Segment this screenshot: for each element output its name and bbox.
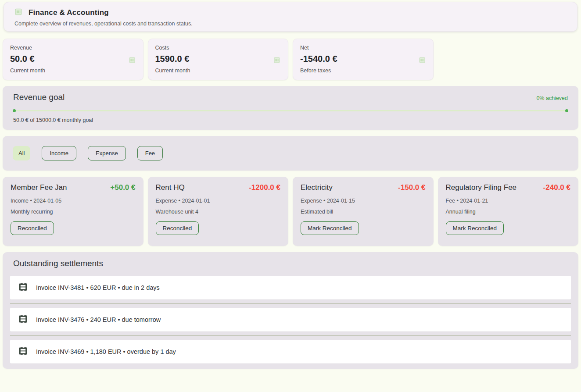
- transaction-note: Monthly recurring: [11, 209, 136, 215]
- stat-caption: Current month: [155, 68, 281, 74]
- mark-reconciled-button[interactable]: Mark Reconciled: [446, 221, 504, 235]
- stat-value: 1590.0 €: [155, 54, 281, 64]
- settlements-title: Outstanding settlements: [13, 259, 571, 268]
- progress-start-dot: [13, 109, 16, 112]
- settlement-text: Invoice INV-3476 • 240 EUR • due tomorro…: [36, 316, 161, 323]
- stat-caption: Current month: [10, 68, 136, 74]
- goal-achieved-label: 0% achieved: [536, 95, 568, 101]
- transaction-meta: Expense • 2024-01-01: [156, 198, 281, 204]
- reconcile-button[interactable]: Reconciled: [11, 221, 54, 235]
- settlement-text: Invoice INV-3481 • 620 EUR • due in 2 da…: [36, 284, 160, 291]
- revenue-goal-card: Revenue goal 0% achieved 50.0 € of 15000…: [3, 86, 578, 130]
- progress-track: [13, 110, 568, 111]
- banknote-icon: [273, 57, 280, 65]
- page-title: Finance & Accounting: [29, 8, 109, 17]
- receipt-icon: [18, 283, 28, 293]
- transaction-amount: -1200.0 €: [249, 183, 280, 192]
- transaction-meta: Fee • 2024-01-21: [446, 198, 571, 204]
- stat-card-net: Net -1540.0 € Before taxes: [293, 39, 434, 80]
- goal-caption: 50.0 € of 15000.0 € monthly goal: [13, 117, 568, 123]
- outstanding-settlements-card: Outstanding settlements Invoice INV-3481…: [3, 252, 578, 369]
- settlements-list: Invoice INV-3481 • 620 EUR • due in 2 da…: [10, 276, 571, 363]
- filter-chip-fee[interactable]: Fee: [137, 146, 163, 160]
- settlement-row[interactable]: Invoice INV-3481 • 620 EUR • due in 2 da…: [10, 276, 571, 299]
- transaction-title: Regulatory Filing Fee: [446, 183, 517, 192]
- row-divider: [10, 335, 571, 336]
- goal-progress-bar: [13, 110, 568, 112]
- reconcile-button[interactable]: Reconciled: [156, 221, 199, 235]
- mark-reconciled-button[interactable]: Mark Reconciled: [301, 221, 359, 235]
- transaction-card: Member Fee Jan +50.0 € Income • 2024-01-…: [3, 177, 143, 246]
- transactions-grid: Member Fee Jan +50.0 € Income • 2024-01-…: [3, 177, 578, 246]
- receipt-icon: [18, 347, 28, 357]
- stats-row: Revenue 50.0 € Current month Costs 1590.…: [3, 39, 578, 80]
- filter-chip-expense[interactable]: Expense: [88, 146, 126, 160]
- banknote-icon: [14, 8, 22, 18]
- filter-bar: All Income Expense Fee: [3, 136, 578, 171]
- stat-label: Net: [300, 45, 426, 51]
- row-divider: [10, 303, 571, 304]
- stat-value: 50.0 €: [10, 54, 136, 64]
- stat-card-costs: Costs 1590.0 € Current month: [148, 39, 289, 80]
- transaction-title: Member Fee Jan: [11, 183, 67, 192]
- banknote-icon: [129, 57, 136, 65]
- banknote-icon: [419, 57, 426, 65]
- stat-value: -1540.0 €: [300, 54, 426, 64]
- transaction-amount: +50.0 €: [110, 183, 135, 192]
- transaction-amount: -240.0 €: [543, 183, 570, 192]
- transaction-meta: Income • 2024-01-05: [11, 198, 136, 204]
- stat-label: Costs: [155, 45, 281, 51]
- header-card: Finance & Accounting Complete overview o…: [4, 2, 577, 32]
- transaction-meta: Expense • 2024-01-15: [301, 198, 426, 204]
- stat-label: Revenue: [10, 45, 136, 51]
- transaction-card: Rent HQ -1200.0 € Expense • 2024-01-01 W…: [148, 177, 289, 246]
- settlement-row[interactable]: Invoice INV-3469 • 1,180 EUR • overdue b…: [10, 340, 571, 363]
- transaction-title: Electricity: [301, 183, 333, 192]
- stat-card-revenue: Revenue 50.0 € Current month: [3, 39, 143, 80]
- receipt-icon: [18, 315, 28, 325]
- settlement-text: Invoice INV-3469 • 1,180 EUR • overdue b…: [36, 348, 176, 355]
- transaction-note: Annual filing: [446, 209, 571, 215]
- progress-end-dot: [565, 109, 568, 112]
- transaction-amount: -150.0 €: [398, 183, 425, 192]
- filter-chip-all[interactable]: All: [13, 146, 30, 160]
- transaction-note: Estimated bill: [301, 209, 426, 215]
- transaction-card: Electricity -150.0 € Expense • 2024-01-1…: [293, 177, 434, 246]
- transaction-note: Warehouse unit 4: [156, 209, 281, 215]
- filter-chip-income[interactable]: Income: [42, 146, 76, 160]
- transaction-title: Rent HQ: [156, 183, 185, 192]
- transaction-card: Regulatory Filing Fee -240.0 € Fee • 202…: [438, 177, 579, 246]
- stat-caption: Before taxes: [300, 68, 426, 74]
- settlement-row[interactable]: Invoice INV-3476 • 240 EUR • due tomorro…: [10, 308, 571, 331]
- page-subtitle: Complete overview of revenues, operation…: [14, 21, 567, 27]
- revenue-goal-title: Revenue goal: [13, 93, 65, 102]
